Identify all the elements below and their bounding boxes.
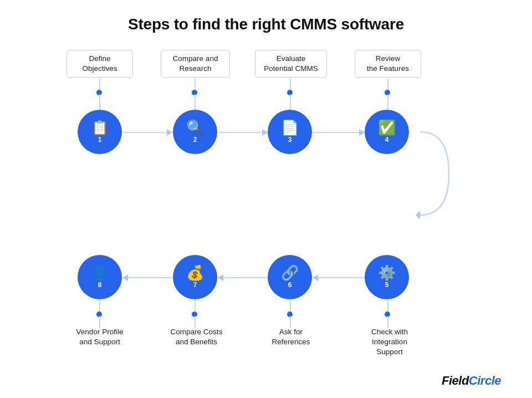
line-v-4b — [387, 94, 388, 111]
diagram-area: DefineObjectives Compare andResearch Eva… — [11, 50, 521, 398]
label-step-4: Reviewthe Features — [355, 50, 421, 78]
label-step-1: DefineObjectives — [66, 50, 133, 78]
brand-logo: FieldCircle — [442, 374, 501, 388]
arrow-2-3 — [218, 132, 267, 133]
label-step-6: Ask forReferences — [258, 327, 324, 347]
line-v-8a — [99, 300, 100, 313]
step-circle-2: 🔍 2 — [173, 110, 217, 154]
line-v-3b — [290, 94, 291, 111]
step-4-num: 4 — [385, 136, 389, 144]
step-3-num: 3 — [288, 136, 292, 144]
step-7-num: 7 — [193, 281, 197, 289]
line-v-2b — [195, 94, 196, 111]
line-v-5b — [387, 316, 388, 328]
line-v-7a — [195, 300, 196, 313]
arrow-7-8 — [123, 277, 172, 278]
line-v-7b — [195, 316, 196, 328]
label-step-3: EvaluatePotential CMMS — [255, 50, 327, 78]
step-circle-6: 🔗 6 — [268, 255, 312, 299]
label-step-7: Compare Costsand Benefits — [162, 327, 231, 347]
step-4-icon: ✅ — [378, 120, 396, 135]
step-6-icon: 🔗 — [281, 266, 299, 280]
step-1-num: 1 — [98, 136, 102, 144]
step-5-icon: ⚙️ — [378, 266, 396, 280]
step-5-num: 5 — [385, 281, 389, 289]
step-circle-7: 💰 7 — [173, 255, 217, 299]
step-1-icon: 📋 — [91, 120, 109, 135]
svg-marker-0 — [416, 211, 420, 220]
step-circle-5: ⚙️ 5 — [365, 255, 409, 299]
line-v-2 — [195, 79, 196, 91]
label-step-8: Vendor Profileand Support — [64, 327, 136, 347]
line-v-5a — [387, 300, 388, 313]
line-v-1b — [99, 94, 100, 111]
step-6-num: 6 — [288, 281, 292, 289]
step-circle-1: 📋 1 — [78, 110, 122, 154]
arrow-5-6 — [313, 277, 364, 278]
step-circle-3: 📄 3 — [268, 110, 312, 154]
step-3-icon: 📄 — [281, 120, 299, 135]
arrow-3-4 — [313, 132, 364, 133]
page-title: Steps to find the right CMMS software — [128, 16, 404, 33]
brand-field: Field — [442, 374, 469, 387]
step-8-num: 8 — [98, 281, 102, 289]
line-v-1 — [99, 79, 100, 91]
step-8-icon: 👤 — [91, 266, 109, 280]
page-container: Steps to find the right CMMS software De… — [0, 0, 532, 398]
step-7-icon: 💰 — [186, 266, 204, 280]
line-v-6b — [290, 316, 291, 328]
line-v-8b — [99, 316, 100, 328]
step-2-icon: 🔍 — [186, 120, 204, 135]
brand-circle: Circle — [469, 374, 501, 387]
line-v-4 — [387, 79, 388, 91]
step-circle-8: 👤 8 — [78, 255, 122, 299]
label-step-2: Compare andResearch — [161, 50, 230, 78]
line-v-3 — [290, 79, 291, 91]
arrow-1-2 — [123, 132, 172, 133]
arrow-6-7 — [218, 277, 267, 278]
line-v-6a — [290, 300, 291, 313]
curve-connector — [399, 110, 460, 237]
step-2-num: 2 — [193, 136, 197, 144]
label-step-5: Check withIntegrationSupport — [354, 327, 426, 358]
